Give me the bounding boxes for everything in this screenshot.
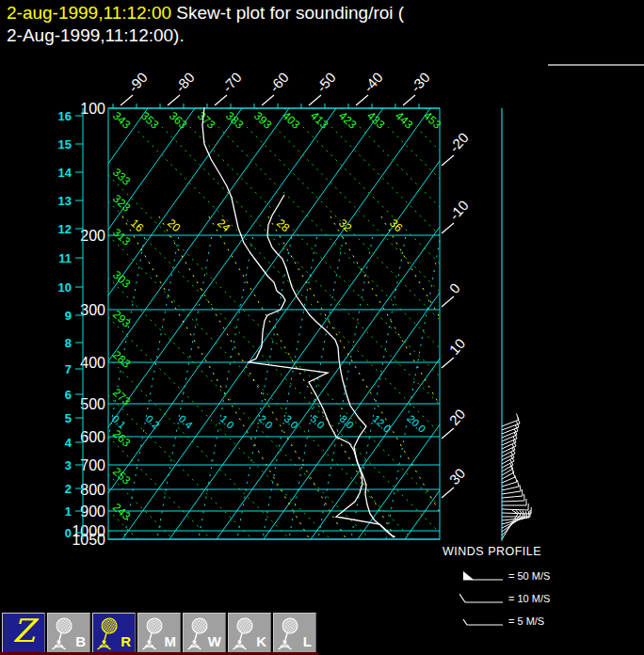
toolbar-button-b[interactable]: B [47, 613, 90, 654]
svg-text:1: 1 [65, 504, 72, 519]
mixing-ratio-labels: 0.10.20.41.02.03.05.08.012.020.0 [110, 413, 428, 435]
svg-text:403: 403 [280, 109, 302, 132]
svg-text:28: 28 [274, 216, 293, 235]
svg-text:253: 253 [110, 465, 133, 487]
svg-text:383: 383 [223, 109, 246, 132]
svg-text:393: 393 [251, 109, 274, 132]
toolbar-button-label: R [121, 633, 131, 649]
svg-text:10: 10 [58, 280, 72, 295]
svg-text:8: 8 [65, 336, 72, 350]
svg-text:-50: -50 [314, 70, 339, 95]
height-axis: 161514131211109876543210 [58, 108, 83, 540]
svg-text:12: 12 [58, 222, 72, 236]
svg-text:11: 11 [58, 251, 72, 265]
svg-text:413: 413 [308, 109, 330, 132]
svg-text:400: 400 [80, 355, 105, 371]
wind-barbs [502, 108, 531, 541]
legend-row-5ms: = 5 M/S [459, 614, 544, 629]
svg-text:-70: -70 [219, 70, 245, 95]
svg-text:243: 243 [110, 501, 133, 523]
toolbar-button-w[interactable]: W [183, 613, 226, 654]
svg-text:24: 24 [215, 216, 233, 235]
right-temperature-labels: -20-100102030 [442, 130, 472, 498]
toolbar-button-label: B [75, 633, 86, 649]
svg-text:0: 0 [65, 526, 72, 540]
top-temperature-labels: -90-80-70-60-50-40-30 [121, 70, 433, 105]
svg-text:15: 15 [58, 137, 72, 152]
svg-text:2: 2 [65, 482, 72, 496]
toolbar-button-m[interactable]: M [137, 613, 181, 654]
toolbar-button-k[interactable]: K [228, 613, 271, 654]
dewpoint-trace [202, 107, 394, 537]
svg-text:433: 433 [364, 109, 387, 132]
wind-halfbarb-5-icon [459, 615, 505, 628]
svg-text:9: 9 [65, 309, 72, 323]
svg-text:16: 16 [128, 216, 147, 235]
svg-text:-90: -90 [125, 70, 151, 95]
winds-profile-title: WINDS PROFILE [443, 545, 541, 558]
svg-text:-60: -60 [266, 70, 292, 95]
svg-text:20.0: 20.0 [406, 413, 428, 435]
toolbar-button-label: M [165, 633, 177, 649]
legend-row-10ms: = 10 M/S [459, 591, 550, 606]
wind-flag-50-icon [459, 569, 505, 583]
svg-text:32: 32 [336, 216, 355, 235]
svg-text:0: 0 [446, 280, 463, 296]
legend-label: = 10 M/S [508, 593, 550, 604]
svg-text:453: 453 [421, 109, 443, 132]
svg-text:363: 363 [167, 109, 189, 132]
toolbar-button-r[interactable]: R [92, 613, 136, 654]
toolbar-button-label: W [208, 633, 221, 649]
svg-text:20: 20 [446, 406, 469, 428]
svg-text:14: 14 [58, 166, 72, 180]
svg-text:16: 16 [58, 109, 72, 123]
legend-row-50ms: = 50 M/S [459, 568, 550, 583]
svg-text:-30: -30 [408, 70, 433, 95]
radiosonde-balloon-icon [277, 616, 303, 651]
zeus-logo: Z [3, 612, 44, 649]
svg-text:30: 30 [446, 465, 469, 487]
svg-text:36: 36 [387, 216, 406, 235]
svg-text:-10: -10 [446, 198, 472, 223]
svg-text:4: 4 [65, 436, 72, 450]
svg-text:283: 283 [110, 348, 133, 371]
svg-text:273: 273 [110, 386, 133, 408]
toolbar: ZBRMWKL [2, 613, 316, 654]
svg-text:10: 10 [446, 335, 469, 358]
svg-text:323: 323 [110, 192, 133, 215]
temperature-trace [267, 195, 394, 537]
wind-barb-10-icon [459, 592, 505, 605]
svg-text:3: 3 [65, 458, 72, 472]
svg-text:443: 443 [393, 109, 415, 132]
grid-lines [108, 108, 440, 539]
svg-text:200: 200 [80, 228, 105, 244]
svg-text:-20: -20 [446, 130, 472, 155]
svg-text:-80: -80 [172, 70, 198, 95]
toolbar-button-l[interactable]: L [273, 613, 316, 654]
radiosonde-balloon-icon [232, 616, 258, 651]
svg-text:-40: -40 [361, 70, 386, 95]
svg-text:600: 600 [80, 429, 105, 445]
svg-text:1050: 1050 [72, 532, 105, 548]
skew-t-plot: 1002003004005006007008009001000105016151… [0, 0, 644, 655]
toolbar-button-z[interactable]: Z [2, 613, 45, 654]
top-ticks [113, 104, 419, 108]
svg-text:293: 293 [110, 308, 133, 330]
legend-label: = 5 M/S [508, 615, 544, 627]
svg-text:343: 343 [110, 109, 133, 132]
svg-text:313: 313 [110, 226, 133, 248]
svg-text:300: 300 [80, 302, 105, 318]
radiosonde-balloon-icon [51, 616, 77, 651]
svg-text:500: 500 [80, 396, 105, 412]
svg-text:263: 263 [110, 427, 133, 450]
toolbar-button-label: L [303, 633, 312, 649]
svg-text:900: 900 [80, 503, 105, 519]
app-window: 2-aug-1999,11:12:00 Skew-t plot for soun… [0, 0, 644, 655]
toolbar-button-label: K [256, 633, 266, 649]
svg-text:5: 5 [65, 411, 72, 425]
svg-text:700: 700 [80, 457, 105, 473]
svg-text:353: 353 [138, 109, 161, 132]
svg-text:373: 373 [195, 109, 217, 132]
svg-text:800: 800 [80, 482, 105, 498]
svg-text:7: 7 [65, 362, 72, 376]
